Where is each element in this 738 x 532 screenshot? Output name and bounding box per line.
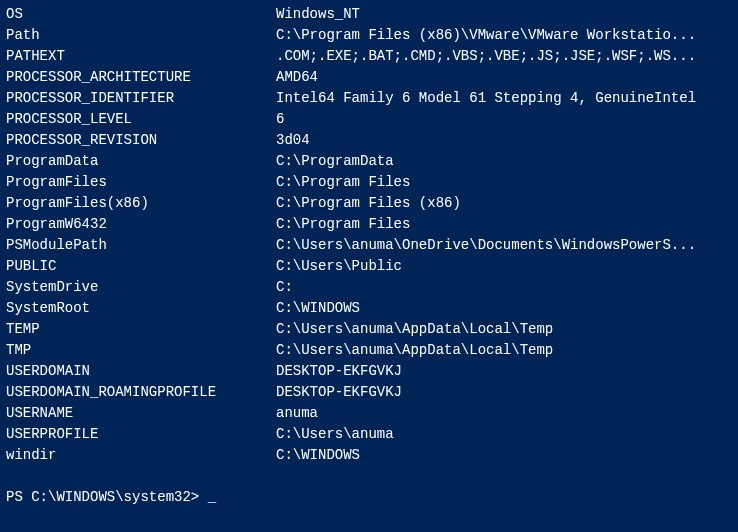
env-var-row: PROCESSOR_REVISION3d04 — [6, 130, 732, 151]
env-var-name: Path — [6, 25, 276, 46]
env-var-row: windirC:\WINDOWS — [6, 445, 732, 466]
env-var-value: 6 — [276, 109, 284, 130]
env-var-row: PROCESSOR_ARCHITECTUREAMD64 — [6, 67, 732, 88]
env-var-row: ProgramDataC:\ProgramData — [6, 151, 732, 172]
env-var-value: Windows_NT — [276, 4, 360, 25]
env-var-row: SystemRootC:\WINDOWS — [6, 298, 732, 319]
env-var-value: C:\Program Files (x86)\VMware\VMware Wor… — [276, 25, 696, 46]
env-var-value: AMD64 — [276, 67, 318, 88]
env-var-name: SystemDrive — [6, 277, 276, 298]
env-var-name: windir — [6, 445, 276, 466]
env-var-name: PUBLIC — [6, 256, 276, 277]
env-var-name: USERNAME — [6, 403, 276, 424]
env-var-name: PROCESSOR_ARCHITECTURE — [6, 67, 276, 88]
env-var-value: C:\Users\Public — [276, 256, 402, 277]
env-var-row: PathC:\Program Files (x86)\VMware\VMware… — [6, 25, 732, 46]
prompt-line[interactable]: PS C:\WINDOWS\system32> _ — [6, 487, 732, 508]
env-var-name: ProgramFiles — [6, 172, 276, 193]
env-var-row: PSModulePathC:\Users\anuma\OneDrive\Docu… — [6, 235, 732, 256]
prompt-text: PS C:\WINDOWS\system32> — [6, 489, 199, 505]
env-var-value: C:\Users\anuma\AppData\Local\Temp — [276, 340, 553, 361]
env-var-name: USERDOMAIN_ROAMINGPROFILE — [6, 382, 276, 403]
env-var-row: PUBLICC:\Users\Public — [6, 256, 732, 277]
env-var-row: PROCESSOR_LEVEL6 — [6, 109, 732, 130]
env-var-row: USERNAMEanuma — [6, 403, 732, 424]
env-var-value: DESKTOP-EKFGVKJ — [276, 361, 402, 382]
env-var-value: DESKTOP-EKFGVKJ — [276, 382, 402, 403]
env-var-row: USERDOMAINDESKTOP-EKFGVKJ — [6, 361, 732, 382]
env-var-row: TEMPC:\Users\anuma\AppData\Local\Temp — [6, 319, 732, 340]
env-var-name: ProgramFiles(x86) — [6, 193, 276, 214]
env-var-value: 3d04 — [276, 130, 310, 151]
env-var-value: C:\WINDOWS — [276, 445, 360, 466]
env-var-name: USERPROFILE — [6, 424, 276, 445]
env-var-row: USERDOMAIN_ROAMINGPROFILEDESKTOP-EKFGVKJ — [6, 382, 732, 403]
env-var-name: PROCESSOR_IDENTIFIER — [6, 88, 276, 109]
env-var-name: PATHEXT — [6, 46, 276, 67]
env-var-value: .COM;.EXE;.BAT;.CMD;.VBS;.VBE;.JS;.JSE;.… — [276, 46, 696, 67]
env-var-row: ProgramFiles(x86)C:\Program Files (x86) — [6, 193, 732, 214]
env-var-name: ProgramW6432 — [6, 214, 276, 235]
env-var-value: C:\Program Files — [276, 172, 410, 193]
env-var-name: TEMP — [6, 319, 276, 340]
env-var-row: SystemDriveC: — [6, 277, 732, 298]
env-var-name: PSModulePath — [6, 235, 276, 256]
env-var-row: ProgramFilesC:\Program Files — [6, 172, 732, 193]
env-var-value: C:\Program Files (x86) — [276, 193, 461, 214]
env-var-value: C:\Users\anuma\AppData\Local\Temp — [276, 319, 553, 340]
env-var-row: ProgramW6432C:\Program Files — [6, 214, 732, 235]
env-var-name: TMP — [6, 340, 276, 361]
env-var-value: anuma — [276, 403, 318, 424]
env-var-name: PROCESSOR_LEVEL — [6, 109, 276, 130]
env-var-row: OSWindows_NT — [6, 4, 732, 25]
env-var-value: C: — [276, 277, 293, 298]
env-var-value: Intel64 Family 6 Model 61 Stepping 4, Ge… — [276, 88, 696, 109]
env-var-name: PROCESSOR_REVISION — [6, 130, 276, 151]
env-var-value: C:\WINDOWS — [276, 298, 360, 319]
cursor: _ — [208, 489, 216, 505]
env-var-row: USERPROFILEC:\Users\anuma — [6, 424, 732, 445]
env-var-name: USERDOMAIN — [6, 361, 276, 382]
env-var-row: TMPC:\Users\anuma\AppData\Local\Temp — [6, 340, 732, 361]
env-var-value: C:\Program Files — [276, 214, 410, 235]
env-var-row: PROCESSOR_IDENTIFIERIntel64 Family 6 Mod… — [6, 88, 732, 109]
env-var-value: C:\ProgramData — [276, 151, 394, 172]
env-var-row: PATHEXT.COM;.EXE;.BAT;.CMD;.VBS;.VBE;.JS… — [6, 46, 732, 67]
env-var-value: C:\Users\anuma\OneDrive\Documents\Window… — [276, 235, 696, 256]
env-var-name: ProgramData — [6, 151, 276, 172]
env-var-name: SystemRoot — [6, 298, 276, 319]
environment-variables-list: OSWindows_NTPathC:\Program Files (x86)\V… — [6, 4, 732, 466]
env-var-value: C:\Users\anuma — [276, 424, 394, 445]
env-var-name: OS — [6, 4, 276, 25]
